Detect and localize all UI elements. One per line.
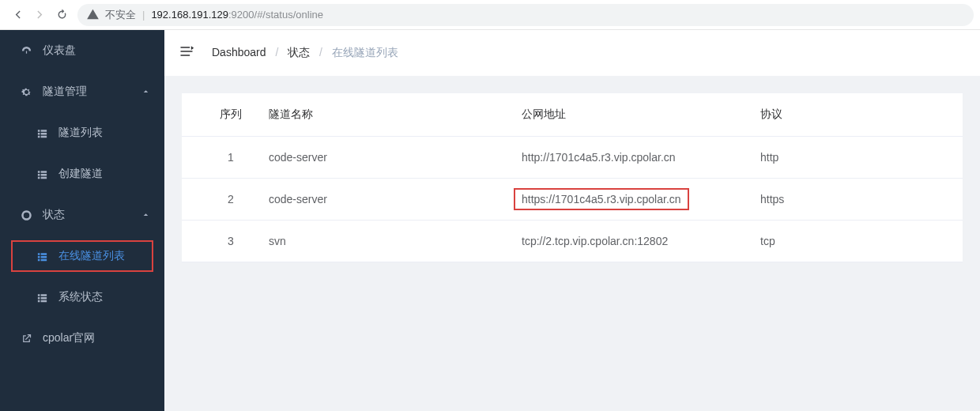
dashboard-icon	[17, 45, 35, 57]
breadcrumb-sep: /	[275, 46, 278, 58]
cell-proto: https	[757, 179, 963, 221]
url-host: 192.168.191.129	[151, 9, 228, 21]
cell-name: svn	[261, 221, 514, 262]
omnibox-separator: |	[142, 9, 145, 21]
sidebar-label-tunnel-create: 创建隧道	[58, 167, 103, 181]
external-link-icon	[17, 333, 35, 345]
breadcrumb: Dashboard / 状态 / 在线隧道列表	[212, 46, 398, 60]
hamburger-toggle[interactable]	[179, 43, 198, 62]
reload-button[interactable]	[51, 0, 73, 30]
status-icon	[17, 209, 35, 221]
cell-seq: 2	[182, 179, 261, 221]
breadcrumb-current: 在线隧道列表	[332, 46, 398, 58]
cell-proto: tcp	[757, 221, 963, 262]
url-path: :9200/#/status/online	[228, 9, 323, 21]
cell-name: code-server	[261, 137, 514, 179]
cell-seq: 3	[182, 221, 261, 262]
gear-icon	[17, 86, 35, 98]
grid-icon	[33, 292, 51, 304]
cell-addr: http://1701c4a5.r3.vip.cpolar.cn	[514, 137, 757, 179]
nav-back-button[interactable]	[6, 0, 28, 30]
browser-toolbar: 不安全 | 192.168.191.129 :9200/#/status/onl…	[0, 0, 980, 30]
sidebar-label-status: 状态	[43, 208, 65, 222]
breadcrumb-item[interactable]: Dashboard	[212, 46, 266, 58]
cell-name: code-server	[261, 179, 514, 221]
sidebar-item-online-list[interactable]: 在线隧道列表	[0, 236, 164, 277]
not-secure-label: 不安全	[105, 8, 136, 22]
chevron-up-icon	[141, 209, 150, 221]
nav-forward-button[interactable]	[28, 0, 51, 30]
table-row: 3svntcp://2.tcp.vip.cpolar.cn:12802tcp	[182, 221, 963, 262]
col-seq: 序列	[182, 93, 261, 137]
sidebar-item-cpolar-site[interactable]: cpolar官网	[0, 318, 164, 359]
sidebar-label-online-list: 在线隧道列表	[58, 249, 125, 263]
topbar: Dashboard / 状态 / 在线隧道列表	[164, 30, 980, 76]
col-addr: 公网地址	[514, 93, 757, 137]
col-name: 隧道名称	[261, 93, 514, 137]
sidebar-label-dashboard: 仪表盘	[43, 43, 76, 58]
col-proto: 协议	[757, 93, 963, 137]
list-icon	[33, 251, 51, 262]
table-header-row: 序列 隧道名称 公网地址 协议	[182, 93, 963, 137]
sidebar: 仪表盘 隧道管理 隧道列表 创建隧道 状态 在线隧道列表 系统状态	[0, 30, 164, 411]
list-icon	[33, 127, 51, 139]
not-secure-icon	[87, 9, 99, 21]
sidebar-item-tunnel-create[interactable]: 创建隧道	[0, 153, 164, 194]
grid-icon	[33, 168, 51, 180]
sidebar-item-status[interactable]: 状态	[0, 194, 164, 236]
address-bar[interactable]: 不安全 | 192.168.191.129 :9200/#/status/onl…	[77, 4, 974, 26]
sidebar-item-dashboard[interactable]: 仪表盘	[0, 30, 164, 71]
breadcrumb-sep: /	[319, 46, 322, 58]
cell-addr: https://1701c4a5.r3.vip.cpolar.cn	[514, 179, 757, 221]
sidebar-item-tunnel-mgmt[interactable]: 隧道管理	[0, 71, 164, 112]
sidebar-label-tunnel-list: 隧道列表	[58, 126, 103, 140]
main-content: Dashboard / 状态 / 在线隧道列表 序列 隧道名称 公网地址 协议 …	[164, 30, 980, 411]
tunnel-table: 序列 隧道名称 公网地址 协议 1code-serverhttp://1701c…	[182, 93, 963, 262]
sidebar-label-cpolar-site: cpolar官网	[43, 331, 95, 345]
cell-seq: 1	[182, 137, 261, 179]
sidebar-item-tunnel-list[interactable]: 隧道列表	[0, 112, 164, 153]
table-row: 2code-serverhttps://1701c4a5.r3.vip.cpol…	[182, 179, 963, 221]
chevron-up-icon	[141, 85, 150, 98]
breadcrumb-item[interactable]: 状态	[288, 46, 310, 58]
cell-proto: http	[757, 137, 963, 179]
sidebar-label-sys-status: 系统状态	[58, 290, 103, 304]
sidebar-item-sys-status[interactable]: 系统状态	[0, 277, 164, 318]
cell-addr: tcp://2.tcp.vip.cpolar.cn:12802	[514, 221, 757, 262]
sidebar-label-tunnel-mgmt: 隧道管理	[43, 85, 87, 99]
table-row: 1code-serverhttp://1701c4a5.r3.vip.cpola…	[182, 137, 963, 179]
